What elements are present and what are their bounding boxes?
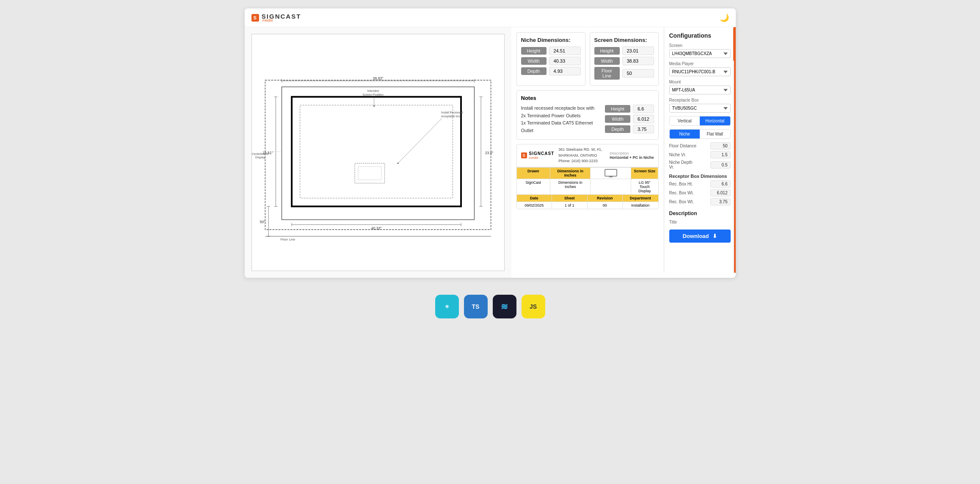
- title-desc-label: Description: [610, 151, 654, 155]
- dimensions-row: Niche Dimensions: Height 24.51 Width 40.…: [516, 32, 659, 86]
- screen-floor-value: 50: [622, 69, 654, 77]
- svg-point-36: [397, 163, 398, 164]
- svg-rect-0: [265, 80, 491, 230]
- orientation-toggle: Vertical Horizontal: [669, 116, 731, 126]
- niche-depth-value: 4.93: [549, 67, 581, 75]
- screen-size-value: LG 95" Touch Display: [631, 179, 658, 194]
- notes-height-label: Height: [605, 105, 630, 113]
- screen-icon-value: [591, 179, 631, 194]
- top-bar: S SIGNCAST media 🌙: [245, 8, 736, 27]
- svg-text:23.0": 23.0": [485, 151, 493, 155]
- department-value: Installation: [623, 202, 658, 209]
- dark-mode-icon[interactable]: 🌙: [720, 13, 729, 22]
- flat-wall-btn[interactable]: Flat Wall: [700, 130, 730, 138]
- niche-btn[interactable]: Niche: [670, 130, 700, 138]
- screen-width-label: Width: [594, 57, 620, 65]
- notes-depth-value: 3.75: [633, 125, 654, 133]
- title-block: S SIGNCAST media 361 Steelcase RD. W, #1…: [516, 144, 659, 209]
- horizontal-btn[interactable]: Horizontal: [700, 116, 730, 125]
- drawn-value: SignCast: [517, 179, 551, 194]
- main-content: 38.83" 24.51" 23.0" 50": [245, 27, 736, 278]
- rec-box-wt-value: 6.012: [710, 189, 731, 196]
- logo-text-group: SIGNCAST media: [262, 13, 301, 22]
- javascript-icon: JS: [522, 295, 545, 318]
- notes-width-label: Width: [605, 115, 630, 123]
- rec-box-wt-label: Rec. Box Wt.: [669, 191, 710, 195]
- notes-line2: 2x Terminated Power Outlets: [521, 113, 581, 118]
- scrollbar-track: [733, 27, 736, 273]
- floor-distance-value: 50: [710, 142, 731, 149]
- svg-rect-5: [358, 166, 381, 180]
- svg-rect-4: [355, 163, 385, 183]
- logo-area: S SIGNCAST media: [251, 13, 301, 22]
- svg-text:38.83": 38.83": [373, 76, 383, 80]
- niche-width-row: Width 40.33: [521, 57, 581, 65]
- niche-height-label: Height: [521, 47, 547, 55]
- rec-box-ht-value: 6.6: [710, 180, 731, 188]
- screen-config-label: Screen: [669, 43, 731, 48]
- screen-floor-row: Floor Line 50: [594, 67, 654, 80]
- notes-width-row: Width 6.012: [605, 115, 654, 123]
- sheet-header: Sheet: [552, 195, 588, 202]
- title-address: 361 Steelcase RD. W, #1,MARKHAM, ONTARIO…: [558, 147, 602, 164]
- receptacle-select[interactable]: TVBU505GC: [669, 104, 731, 113]
- niche-depth-vr-value: 0.5: [710, 161, 731, 169]
- title-desc-value: Horizontal + PC in Niche: [610, 155, 654, 160]
- download-label: Download: [682, 233, 709, 239]
- screen-dimensions-card: Screen Dimensions: Height 23.01 Width 38…: [590, 32, 659, 86]
- media-player-select[interactable]: RNUC11PHKi7C001-B: [669, 67, 731, 76]
- svg-text:Display: Display: [255, 156, 265, 159]
- download-button[interactable]: Download ⬇: [669, 230, 731, 243]
- svg-text:50": 50": [259, 220, 265, 224]
- svg-text:Install Recessed: Install Recessed: [441, 111, 463, 114]
- niche-depth-vr-row: Niche Depth Vr. 0.5: [669, 160, 731, 169]
- description-title: Description: [669, 210, 731, 216]
- notes-width-value: 6.012: [633, 115, 654, 123]
- niche-depth-vr-label: Niche Depth Vr.: [669, 160, 710, 169]
- description-section: Description Title: [669, 210, 731, 224]
- title-block-header: S SIGNCAST media 361 Steelcase RD. W, #1…: [517, 144, 658, 167]
- placement-toggle: Niche Flat Wall: [669, 129, 731, 139]
- vertical-btn[interactable]: Vertical: [670, 116, 700, 125]
- date-header: Date: [517, 195, 552, 202]
- config-title: Configurations: [669, 32, 731, 39]
- niche-dimensions-card: Niche Dimensions: Height 24.51 Width 40.…: [516, 32, 585, 86]
- svg-text:Centerline of: Centerline of: [252, 152, 269, 155]
- svg-rect-3: [300, 105, 453, 198]
- rec-box-ht-row: Rec. Box Ht. 6.6: [669, 180, 731, 188]
- niche-height-row: Height 24.51: [521, 47, 581, 55]
- svg-rect-39: [605, 169, 617, 176]
- rec-box-wt2-label: Rec. Box Wt.: [669, 199, 710, 204]
- download-icon: ⬇: [712, 233, 717, 239]
- date-value: 09/02/2025: [517, 202, 552, 209]
- title-grid-header2: Date Sheet Revision Department: [517, 194, 658, 202]
- dimensions-header: Dimensions in Inches: [550, 168, 591, 179]
- revision-value: 00: [588, 202, 623, 209]
- app-container: S SIGNCAST media 🌙: [245, 8, 736, 278]
- drawn-header: Drawn: [517, 168, 551, 179]
- department-header: Department: [623, 195, 658, 202]
- mount-select[interactable]: MPT-L65UA: [669, 86, 731, 94]
- rec-box-wt2-row: Rec. Box Wt. 3.75: [669, 198, 731, 205]
- title-logo: S: [521, 152, 527, 158]
- niche-vr-value: 1.5: [710, 151, 731, 158]
- notes-line3: 1x Terminated Data CAT5 Ethernet Outlet: [521, 120, 593, 133]
- rec-box-ht-label: Rec. Box Ht.: [669, 182, 710, 186]
- niche-depth-label: Depth: [521, 67, 547, 75]
- notes-text: Install recessed receptacle box with 2x …: [521, 105, 596, 135]
- niche-width-value: 40.33: [549, 57, 581, 65]
- screen-size-header: Screen Size: [631, 168, 658, 179]
- revision-header: Revision: [588, 195, 623, 202]
- drawing-canvas: 38.83" 24.51" 23.0" 50": [251, 34, 505, 271]
- media-player-label: Media Player: [669, 61, 731, 66]
- svg-rect-1: [282, 87, 474, 220]
- logo-box: S: [251, 14, 259, 22]
- scrollbar-thumb[interactable]: [733, 27, 736, 61]
- receptor-box-title: Receptor Box Dimensions: [669, 174, 731, 179]
- typescript-icon: TS: [464, 295, 488, 318]
- title-grid-values: SignCast Dimensions in Inches LG 95" Tou…: [517, 179, 658, 194]
- screen-select[interactable]: LH43QMBTBGCXZA: [669, 49, 731, 58]
- floor-distance-label: Floor Distance: [669, 144, 710, 148]
- screen-floor-label: Floor Line: [594, 67, 620, 80]
- sheet-value: 1 of 1: [552, 202, 588, 209]
